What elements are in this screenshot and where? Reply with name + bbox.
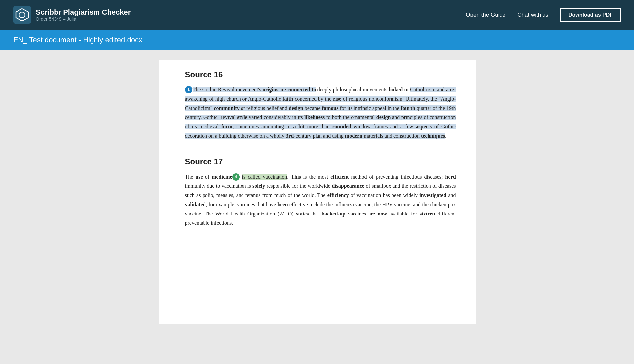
source-16-paragraph: 1The Gothic Revival movement's origins a… (185, 85, 456, 141)
annotation-badge-4[interactable]: 4 (232, 173, 240, 181)
annotation-badge-1[interactable]: 1 (185, 86, 192, 93)
document-area: Source 16 1The Gothic Revival movement's… (159, 60, 476, 324)
file-title: EN_ Test document - Highly edited.docx (13, 36, 621, 44)
source-16-title: Source 16 (185, 70, 456, 79)
source-17-title: Source 17 (185, 157, 456, 166)
logo-area: Scribbr Plagiarism Checker Order 54349 –… (13, 6, 466, 24)
file-title-bar: EN_ Test document - Highly edited.docx (0, 30, 634, 50)
chat-with-us-link[interactable]: Chat with us (517, 12, 548, 18)
main-content: Source 16 1The Gothic Revival movement's… (0, 50, 634, 364)
open-guide-link[interactable]: Open the Guide (466, 12, 505, 18)
header: Scribbr Plagiarism Checker Order 54349 –… (0, 0, 634, 30)
source-16-section: Source 16 1The Gothic Revival movement's… (185, 70, 456, 141)
logo-subtitle: Order 54349 – Julia (36, 17, 131, 22)
source-17-paragraph: The use of medicine4 is called vaccinati… (185, 172, 456, 228)
source-17-section: Source 17 The use of medicine4 is called… (185, 157, 456, 228)
header-nav: Open the Guide Chat with us Download as … (466, 8, 621, 22)
download-pdf-button[interactable]: Download as PDF (560, 8, 621, 22)
logo-title: Scribbr Plagiarism Checker (36, 8, 131, 17)
logo-icon (13, 6, 31, 24)
logo-text-group: Scribbr Plagiarism Checker Order 54349 –… (36, 8, 131, 22)
